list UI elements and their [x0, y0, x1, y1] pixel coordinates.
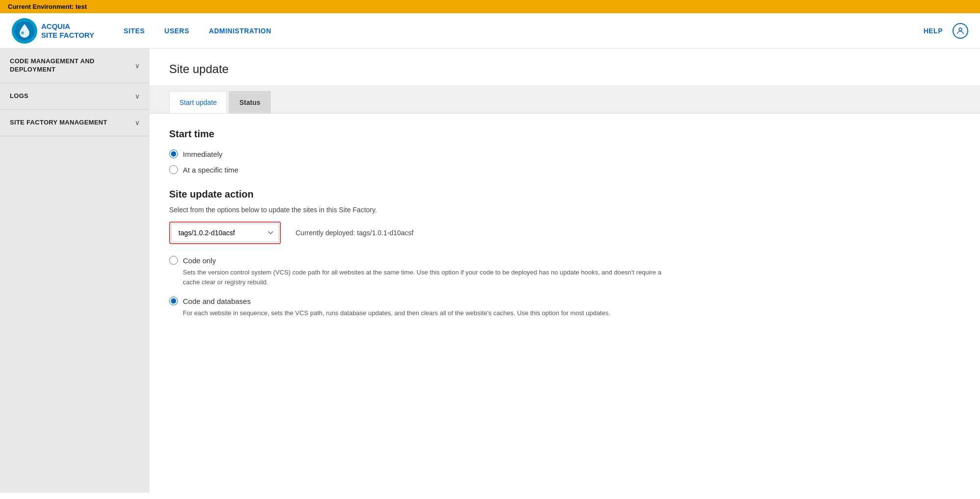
svg-point-2: [21, 31, 24, 34]
site-update-action-title: Site update action: [169, 189, 960, 200]
logo-text: ACQUIA SITE FACTORY: [41, 22, 94, 40]
sidebar-item-code-management[interactable]: CODE MANAGEMENT AND DEPLOYMENT ∨: [0, 49, 150, 83]
page-title-bar: Site update: [150, 49, 980, 86]
version-dropdown[interactable]: tags/1.0.2-d10acsf tags/1.0.1-d10acsf ta…: [171, 224, 279, 242]
logo-icon: [12, 18, 37, 44]
code-only-label: Code only: [183, 256, 216, 265]
chevron-down-icon-factory: ∨: [135, 119, 140, 126]
tabs-bar: Start update Status: [150, 86, 980, 114]
nav-users[interactable]: USERS: [164, 27, 189, 35]
environment-text: Current Environment: test: [8, 3, 87, 10]
code-only-header: Code only: [169, 256, 960, 265]
nav-administration[interactable]: ADMINISTRATION: [209, 27, 271, 35]
form-content: Start time Immediately At a specific tim…: [150, 114, 980, 333]
environment-bar: Current Environment: test: [0, 0, 980, 13]
main-content: Site update Start update Status Start ti…: [150, 49, 980, 493]
code-and-db-label: Code and databases: [183, 297, 251, 305]
code-only-item: Code only Sets the version control syste…: [169, 256, 960, 287]
sidebar-item-logs[interactable]: LOGS ∨: [0, 83, 150, 110]
nav-sites[interactable]: SITES: [124, 27, 145, 35]
logo-area: ACQUIA SITE FACTORY: [12, 18, 94, 44]
dropdown-row: tags/1.0.2-d10acsf tags/1.0.1-d10acsf ta…: [169, 222, 960, 244]
tab-start-update[interactable]: Start update: [169, 91, 227, 113]
code-only-radio[interactable]: [169, 256, 178, 265]
user-icon[interactable]: [953, 23, 968, 39]
page-title: Site update: [169, 62, 960, 76]
dropdown-wrapper: tags/1.0.2-d10acsf tags/1.0.1-d10acsf ta…: [169, 222, 281, 244]
select-desc: Select from the options below to update …: [169, 206, 960, 214]
help-link[interactable]: HELP: [924, 27, 943, 35]
chevron-down-icon-code: ∨: [135, 62, 140, 70]
tab-status-label: Status: [239, 99, 260, 106]
user-svg: [956, 26, 965, 35]
immediately-radio[interactable]: [169, 150, 178, 158]
header: ACQUIA SITE FACTORY SITES USERS ADMINIST…: [0, 13, 980, 49]
sidebar: CODE MANAGEMENT AND DEPLOYMENT ∨ LOGS ∨ …: [0, 49, 150, 493]
start-time-radio-group: Immediately At a specific time: [169, 150, 960, 174]
code-only-desc: Sets the version control system (VCS) co…: [183, 268, 673, 287]
header-right: HELP: [924, 23, 968, 39]
currently-deployed: Currently deployed: tags/1.0.1-d10acsf: [296, 229, 413, 237]
tab-status[interactable]: Status: [229, 91, 271, 113]
svg-point-3: [959, 28, 962, 31]
sidebar-item-site-factory-label: SITE FACTORY MANAGEMENT: [10, 119, 107, 127]
layout: CODE MANAGEMENT AND DEPLOYMENT ∨ LOGS ∨ …: [0, 49, 980, 493]
option-group: Code only Sets the version control syste…: [169, 256, 960, 318]
code-and-db-desc: For each website in sequence, sets the V…: [183, 308, 673, 318]
specific-time-label: At a specific time: [183, 166, 238, 174]
specific-time-option[interactable]: At a specific time: [169, 165, 960, 174]
code-and-db-header: Code and databases: [169, 297, 960, 305]
chevron-down-icon-logs: ∨: [135, 92, 140, 100]
sidebar-item-logs-label: LOGS: [10, 92, 28, 100]
start-time-title: Start time: [169, 128, 960, 140]
specific-time-radio[interactable]: [169, 165, 178, 174]
code-and-db-item: Code and databases For each website in s…: [169, 297, 960, 318]
sidebar-item-site-factory[interactable]: SITE FACTORY MANAGEMENT ∨: [0, 110, 150, 136]
sidebar-item-code-management-label: CODE MANAGEMENT AND DEPLOYMENT: [10, 57, 135, 74]
tab-start-update-label: Start update: [179, 99, 217, 106]
immediately-label: Immediately: [183, 150, 223, 158]
immediately-option[interactable]: Immediately: [169, 150, 960, 158]
code-and-db-radio[interactable]: [169, 297, 178, 305]
main-nav: SITES USERS ADMINISTRATION: [124, 27, 923, 35]
